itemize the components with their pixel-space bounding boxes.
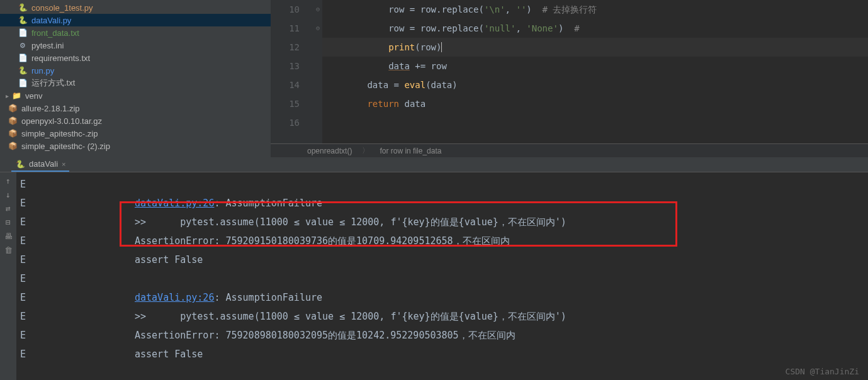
- folder-icon: [11, 91, 21, 101]
- tree-item-venv[interactable]: ▸venv: [0, 89, 271, 102]
- console-output: ↑ ↓ ⇄ ⊟ 🖶 🗑 EEdataVali.py:26: Assumption…: [0, 172, 868, 380]
- wrap-icon[interactable]: ⇄: [3, 204, 13, 214]
- py-icon: [18, 15, 28, 25]
- console-line: E>> pytest.assume(11000 ≤ value ≤ 12000,…: [16, 307, 868, 326]
- tree-item-simple-apitesthc---2--zip[interactable]: simple_apitesthc- (2).zip: [0, 140, 271, 152]
- fold-gutter: ⊖⊖: [313, 0, 322, 143]
- txt-icon: [18, 28, 28, 38]
- tree-item-simple-apitesthc--zip[interactable]: simple_apitesthc-.zip: [0, 127, 271, 140]
- console-line: E: [16, 269, 868, 288]
- down-arrow-icon[interactable]: ↓: [3, 190, 13, 200]
- tab-datavali[interactable]: dataVali ×: [11, 158, 69, 172]
- file-label: console_1test.py: [31, 3, 93, 13]
- file-label: 运行方式.txt: [31, 77, 75, 89]
- code-editor: 10111213141516 ⊖⊖ row = row.replace('\n'…: [271, 0, 868, 157]
- py-icon: [18, 3, 28, 13]
- file-label: dataVali.py: [31, 16, 71, 25]
- file-label: run.py: [31, 66, 54, 75]
- console-text[interactable]: EEdataVali.py:26: AssumptionFailureE>> p…: [16, 172, 868, 380]
- breadcrumb-fn[interactable]: openreadtxt(): [307, 147, 352, 155]
- console-line: Eassert False: [16, 250, 868, 269]
- file-label: allure-2.18.1.zip: [21, 104, 80, 113]
- watermark: CSDN @TianJinZi: [786, 367, 859, 376]
- tree-item-console-1test-py[interactable]: console_1test.py: [0, 1, 271, 14]
- py-icon: [18, 65, 28, 75]
- code-line[interactable]: data = eval(data): [322, 75, 868, 94]
- code-line[interactable]: print(row): [322, 38, 868, 57]
- console-line: EAssertionError: 759209150180039736的值是10…: [16, 232, 868, 250]
- tree-item-datavali-py[interactable]: dataVali.py: [0, 14, 271, 26]
- console-line: EAssertionError: 759208980180032095的值是10…: [16, 326, 868, 345]
- code-line[interactable]: data += row: [322, 57, 868, 75]
- run-tabs-bar: dataVali ×: [0, 157, 868, 172]
- line-gutter: 10111213141516: [271, 0, 313, 143]
- txt-icon: [18, 53, 28, 63]
- file-label: simple_apitesthc- (2).zip: [21, 142, 110, 151]
- project-sidebar: console_1test.pydataVali.pyfront_data.tx…: [0, 0, 271, 157]
- file-label: requirements.txt: [31, 53, 90, 63]
- file-label: venv: [25, 91, 42, 101]
- print-icon[interactable]: 🖶: [3, 232, 13, 242]
- txt-icon: [18, 78, 28, 88]
- console-line: E>> pytest.assume(11000 ≤ value ≤ 12000,…: [16, 213, 868, 232]
- tab-label: dataVali: [29, 159, 58, 169]
- console-line: EdataVali.py:26: AssumptionFailure: [16, 194, 868, 213]
- zip-icon: [8, 103, 18, 113]
- tree-item-allure-2-18-1-zip[interactable]: allure-2.18.1.zip: [0, 102, 271, 115]
- python-icon: [15, 159, 25, 169]
- code-line[interactable]: row = row.replace('null', 'None') #: [322, 19, 868, 38]
- code-line[interactable]: row = row.replace('\n', '') # 去掉换行符: [322, 0, 868, 19]
- code-lines[interactable]: row = row.replace('\n', '') # 去掉换行符 row …: [322, 0, 868, 143]
- close-icon[interactable]: ×: [62, 160, 65, 168]
- ini-icon: [18, 40, 28, 50]
- file-label: front_data.txt: [31, 28, 79, 38]
- tree-item------txt[interactable]: 运行方式.txt: [0, 77, 271, 89]
- breadcrumb[interactable]: openreadtxt() 〉 for row in file_data: [271, 143, 868, 157]
- trash-icon[interactable]: 🗑: [3, 245, 13, 255]
- chevron-right-icon: ▸: [3, 92, 11, 99]
- tree-item-run-py[interactable]: run.py: [0, 64, 271, 77]
- tree-item-front-data-txt[interactable]: front_data.txt: [0, 26, 271, 39]
- file-label: simple_apitesthc-.zip: [21, 129, 98, 138]
- console-toolbar: ↑ ↓ ⇄ ⊟ 🖶 🗑: [0, 172, 16, 380]
- file-label: pytest.ini: [31, 41, 64, 50]
- up-arrow-icon[interactable]: ↑: [3, 176, 13, 186]
- zip-icon: [8, 116, 18, 126]
- tree-item-pytest-ini[interactable]: pytest.ini: [0, 39, 271, 52]
- console-line: EdataVali.py:26: AssumptionFailure: [16, 288, 868, 307]
- code-line[interactable]: return data: [322, 94, 868, 113]
- breadcrumb-loop[interactable]: for row in file_data: [380, 147, 441, 155]
- console-line: Eassert False: [16, 345, 868, 364]
- zip-icon: [8, 128, 18, 138]
- console-line: E: [16, 175, 868, 194]
- tree-item-openpyxl-3-0-10-tar-gz[interactable]: openpyxl-3.0.10.tar.gz: [0, 115, 271, 127]
- chevron-right-icon: 〉: [362, 145, 369, 156]
- filter-icon[interactable]: ⊟: [3, 218, 13, 228]
- file-label: openpyxl-3.0.10.tar.gz: [21, 116, 102, 126]
- tree-item-requirements-txt[interactable]: requirements.txt: [0, 52, 271, 64]
- zip-icon: [8, 141, 18, 151]
